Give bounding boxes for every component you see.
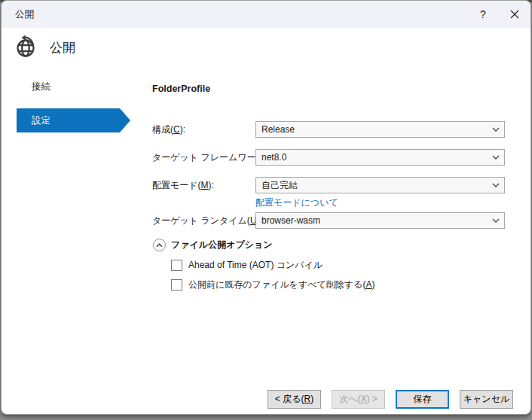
back-button[interactable]: < 戻る(R) [268,390,321,409]
aot-compile-label: Ahead of Time (AOT) コンパイル [188,259,323,272]
sidebar-item-connection[interactable]: 接続 [32,81,50,93]
target-runtime-dropdown[interactable]: browser-wasm [255,212,505,229]
sidebar-item-settings-label: 設定 [32,114,50,127]
next-button[interactable]: 次へ(X) > [332,390,385,409]
close-icon[interactable] [499,1,530,28]
globe-publish-icon [14,34,39,62]
file-publish-options-expander[interactable]: ファイル公開オプション [153,239,273,251]
target-framework-dropdown[interactable]: net8.0 [255,149,505,166]
delete-existing-files-checkbox[interactable] [171,279,182,291]
chevron-down-icon [488,183,504,187]
desktop-background: 公開 ? 公開 接続 設定 FolderProfile [0,0,532,420]
chevron-up-circle-icon [153,239,166,251]
target-framework-value: net8.0 [256,152,488,163]
help-icon[interactable]: ? [467,1,499,28]
deployment-mode-label: 配置モード(M): [152,177,254,193]
configuration-dropdown[interactable]: Release [255,121,505,138]
chevron-down-icon [488,155,504,160]
publish-dialog: 公開 ? 公開 接続 設定 FolderProfile [1,0,531,415]
aot-compile-checkbox[interactable] [171,260,182,271]
target-runtime-value: browser-wasm [256,215,488,226]
chevron-down-icon [488,218,504,223]
page-title: 公開 [50,39,75,56]
chevron-down-icon [488,127,504,132]
deployment-mode-dropdown[interactable]: 自己完結 [255,177,505,193]
target-runtime-label: ターゲット ランタイム(U): [152,212,254,229]
save-button[interactable]: 保存 [396,390,449,409]
configuration-label: 構成(C): [152,121,254,138]
delete-existing-files-checkbox-row[interactable]: 公開前に既存のファイルをすべて削除する(A) [171,278,375,291]
sidebar-item-settings[interactable]: 設定 [17,108,120,132]
window-title: 公開 [2,8,34,21]
profile-name: FolderProfile [152,84,210,94]
sidebar-selected-arrow [120,108,130,132]
target-framework-label: ターゲット フレームワーク(F): [152,149,254,166]
cancel-button[interactable]: キャンセル [460,390,513,409]
deployment-mode-help-link[interactable]: 配置モードについて [255,196,338,209]
deployment-mode-value: 自己完結 [256,179,488,192]
aot-compile-checkbox-row[interactable]: Ahead of Time (AOT) コンパイル [171,259,323,272]
configuration-value: Release [256,124,488,135]
file-publish-options-title: ファイル公開オプション [171,239,273,251]
titlebar: 公開 ? [2,1,530,28]
delete-existing-files-label: 公開前に既存のファイルをすべて削除する(A) [188,278,375,291]
